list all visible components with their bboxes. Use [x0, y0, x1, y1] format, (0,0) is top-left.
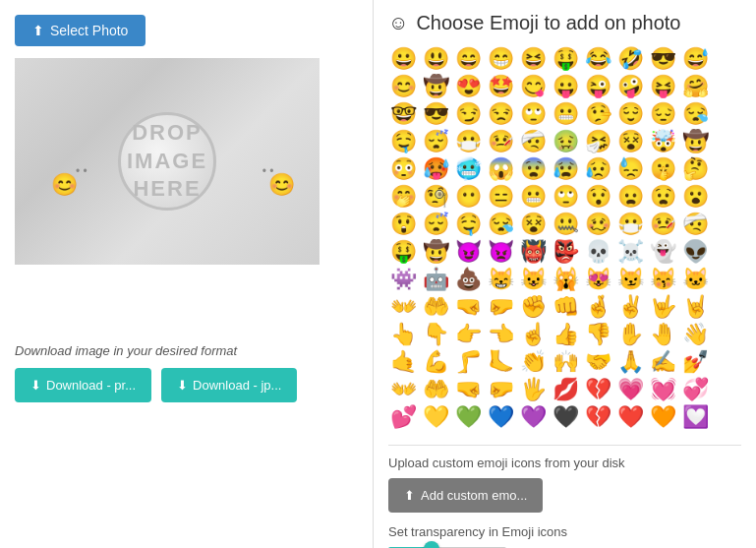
- emoji-item[interactable]: ✌️: [615, 294, 646, 320]
- emoji-item[interactable]: 👐: [388, 294, 419, 320]
- emoji-item[interactable]: 🥵: [421, 156, 451, 182]
- emoji-item[interactable]: 😬: [518, 184, 549, 210]
- emoji-item[interactable]: 👺: [551, 239, 581, 265]
- emoji-item[interactable]: 🦶: [486, 349, 516, 375]
- emoji-item[interactable]: 🙄: [551, 184, 581, 210]
- emoji-item[interactable]: 😱: [486, 156, 516, 182]
- emoji-item[interactable]: 🤓: [388, 101, 419, 127]
- image-drop-area[interactable]: DROP IMAGEHERE 😊 • • 😊 • •: [15, 58, 320, 265]
- emoji-item[interactable]: 👎: [583, 322, 613, 347]
- emoji-item[interactable]: 😼: [615, 267, 646, 292]
- emoji-item[interactable]: 😺: [518, 267, 549, 292]
- emoji-item[interactable]: 😂: [583, 46, 613, 72]
- emoji-item[interactable]: 🐱: [680, 267, 711, 292]
- emoji-item[interactable]: 😵: [518, 212, 549, 237]
- emoji-item[interactable]: 😬: [551, 101, 581, 127]
- emoji-item[interactable]: 🤠: [421, 74, 451, 99]
- emoji-item[interactable]: 😊: [388, 74, 419, 99]
- emoji-item[interactable]: 💪: [421, 349, 451, 375]
- emoji-item[interactable]: 💛: [421, 404, 451, 430]
- emoji-item[interactable]: 🦵: [453, 349, 484, 375]
- emoji-item[interactable]: 😁: [486, 46, 516, 72]
- emoji-item[interactable]: 👇: [421, 322, 451, 347]
- emoji-item[interactable]: 🤣: [615, 46, 646, 72]
- emoji-item[interactable]: 💞: [680, 377, 711, 402]
- emoji-item[interactable]: 🤑: [388, 239, 419, 265]
- emoji-item[interactable]: 🤯: [648, 129, 678, 154]
- emoji-item[interactable]: 😮: [680, 184, 711, 210]
- emoji-item[interactable]: 😰: [551, 156, 581, 182]
- emoji-item[interactable]: 🙄: [518, 101, 549, 127]
- emoji-item[interactable]: 🧐: [421, 184, 451, 210]
- emoji-item[interactable]: 😪: [486, 212, 516, 237]
- emoji-item[interactable]: 🤲: [421, 294, 451, 320]
- emoji-item[interactable]: 😻: [583, 267, 613, 292]
- emoji-item[interactable]: 💟: [680, 404, 711, 430]
- emoji-item[interactable]: ✍️: [648, 349, 678, 375]
- emoji-item[interactable]: 🖐️: [518, 377, 549, 402]
- emoji-item[interactable]: 🤖: [421, 267, 451, 292]
- emoji-item[interactable]: 👊: [551, 294, 581, 320]
- emoji-item[interactable]: 😴: [421, 212, 451, 237]
- emoji-item[interactable]: 👏: [518, 349, 549, 375]
- emoji-item[interactable]: 🤭: [388, 184, 419, 210]
- emoji-item[interactable]: 🙏: [615, 349, 646, 375]
- emoji-item[interactable]: 🤩: [486, 74, 516, 99]
- emoji-item[interactable]: ✊: [518, 294, 549, 320]
- emoji-item[interactable]: 💕: [388, 404, 419, 430]
- emoji-item[interactable]: 🤘: [680, 294, 711, 320]
- emoji-item[interactable]: 🤠: [680, 129, 711, 154]
- emoji-item[interactable]: 😔: [648, 101, 678, 127]
- emoji-item[interactable]: 😧: [648, 184, 678, 210]
- emoji-item[interactable]: 🤠: [421, 239, 451, 265]
- emoji-item[interactable]: 😳: [388, 156, 419, 182]
- emoji-item[interactable]: 😏: [453, 101, 484, 127]
- emoji-item[interactable]: 🤕: [680, 212, 711, 237]
- emoji-item[interactable]: 👐: [388, 377, 419, 402]
- emoji-item[interactable]: 😥: [583, 156, 613, 182]
- emoji-item[interactable]: ❤️: [615, 404, 646, 430]
- emoji-item[interactable]: 🤛: [486, 377, 516, 402]
- emoji-item[interactable]: 😵: [615, 129, 646, 154]
- emoji-item[interactable]: 🤚: [648, 322, 678, 347]
- emoji-item[interactable]: ☝️: [518, 322, 549, 347]
- emoji-item[interactable]: ✋: [615, 322, 646, 347]
- emoji-item[interactable]: 🤔: [680, 156, 711, 182]
- emoji-item[interactable]: 💓: [648, 377, 678, 402]
- emoji-item[interactable]: 😑: [486, 184, 516, 210]
- add-custom-emoji-button[interactable]: ⬆ Add custom emo...: [388, 478, 543, 513]
- download-png-button[interactable]: ⬇ Download - pr...: [15, 368, 151, 402]
- emoji-item[interactable]: 🤥: [583, 101, 613, 127]
- emoji-item[interactable]: 😎: [648, 46, 678, 72]
- emoji-item[interactable]: 😅: [680, 46, 711, 72]
- emoji-item[interactable]: 💗: [615, 377, 646, 402]
- emoji-item[interactable]: 😆: [518, 46, 549, 72]
- emoji-item[interactable]: 👽: [680, 239, 711, 265]
- emoji-item[interactable]: 👿: [486, 239, 516, 265]
- emoji-item[interactable]: 😒: [486, 101, 516, 127]
- emoji-item[interactable]: 🤕: [518, 129, 549, 154]
- emoji-item[interactable]: 😯: [583, 184, 613, 210]
- emoji-item[interactable]: 😛: [551, 74, 581, 99]
- emoji-item[interactable]: 😶: [453, 184, 484, 210]
- emoji-item[interactable]: 🤤: [388, 129, 419, 154]
- emoji-item[interactable]: 🤤: [453, 212, 484, 237]
- emoji-item[interactable]: 👾: [388, 267, 419, 292]
- emoji-item[interactable]: 😎: [421, 101, 451, 127]
- emoji-item[interactable]: 💔: [583, 404, 613, 430]
- emoji-item[interactable]: 😷: [453, 129, 484, 154]
- emoji-item[interactable]: 👆: [388, 322, 419, 347]
- emoji-item[interactable]: 😦: [615, 184, 646, 210]
- emoji-item[interactable]: 🤐: [551, 212, 581, 237]
- emoji-item[interactable]: 😍: [453, 74, 484, 99]
- emoji-item[interactable]: 🤗: [680, 74, 711, 99]
- emoji-item[interactable]: 🤲: [421, 377, 451, 402]
- emoji-item[interactable]: 🧡: [648, 404, 678, 430]
- emoji-item[interactable]: 💙: [486, 404, 516, 430]
- download-jpg-button[interactable]: ⬇ Download - jp...: [161, 368, 297, 402]
- emoji-item[interactable]: 🤜: [453, 294, 484, 320]
- emoji-item[interactable]: 😃: [421, 46, 451, 72]
- emoji-item[interactable]: 🤙: [388, 349, 419, 375]
- emoji-item[interactable]: 🤜: [453, 377, 484, 402]
- emoji-item[interactable]: 💅: [680, 349, 711, 375]
